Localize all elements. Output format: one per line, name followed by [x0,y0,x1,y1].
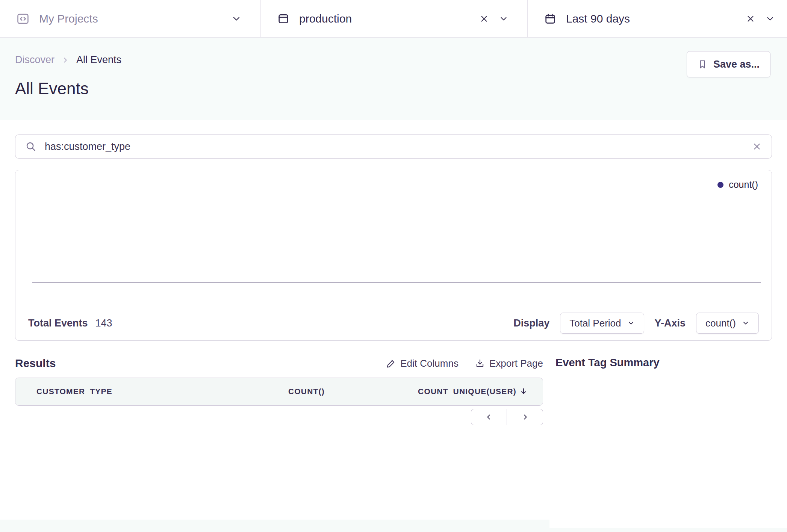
results-heading: Results [15,357,56,370]
breadcrumb-discover-link[interactable]: Discover [15,54,54,66]
display-dropdown-value: Total Period [569,317,621,329]
global-filter-bar: My Projects production [0,0,787,38]
breadcrumb-current: All Events [76,54,121,66]
export-page-button[interactable]: Export Page [475,358,543,369]
environment-chevron-down-icon[interactable] [499,14,509,24]
calendar-icon [544,13,556,25]
y-axis-dropdown[interactable]: count() [696,313,759,334]
display-dropdown[interactable]: Total Period [560,313,644,334]
chart-x-axis-line [32,282,761,283]
results-table: CUSTOMER_TYPE COUNT() COUNT_UNIQUE(USER) [15,378,543,406]
legend-label: count() [729,179,758,190]
bookmark-icon [698,59,707,69]
search-icon [25,141,36,152]
chart-legend[interactable]: count() [717,179,758,190]
y-axis-label: Y-Axis [655,317,686,329]
display-chevron-down-icon [627,319,635,327]
chart-plot [47,193,762,282]
page-header: Discover All Events Save as... All Event… [0,38,787,120]
projects-icon [17,12,29,25]
display-label: Display [513,317,549,329]
export-page-label: Export Page [489,358,543,369]
chart-footer: Total Events 143 Display Total Period Y-… [15,306,772,340]
environment-selector[interactable]: production [260,0,527,37]
total-events-value: 143 [95,317,112,329]
tag-summary-heading: Event Tag Summary [555,356,774,369]
breadcrumb-chevron-right-icon [61,56,70,64]
environment-clear-icon[interactable] [479,14,489,24]
legend-dot-icon [717,182,723,188]
download-icon [475,358,485,368]
chevron-right-icon [521,413,529,421]
search-input[interactable]: has:customer_type [45,141,744,153]
date-range-chevron-down-icon[interactable] [765,14,775,24]
save-as-button[interactable]: Save as... [687,51,770,77]
environment-selector-label: production [299,12,352,25]
pagination-next-button[interactable] [507,409,543,425]
sort-descending-icon [519,387,528,396]
column-header-count-unique-user[interactable]: COUNT_UNIQUE(USER) [325,387,528,396]
page-title: All Events [15,79,770,98]
column-header-count[interactable]: COUNT() [238,387,325,396]
pagination [15,409,543,425]
date-range-clear-icon[interactable] [746,14,755,24]
project-chevron-down-icon[interactable] [231,14,242,24]
results-column: Results Edit Columns Export Page CUSTOME… [15,356,543,425]
environment-icon [277,13,289,25]
search-bar[interactable]: has:customer_type [15,135,772,159]
edit-columns-label: Edit Columns [400,358,459,369]
events-chart-panel: count() Total Events 143 Display Total P… [15,170,772,341]
discover-page: My Projects production [0,0,787,532]
project-selector-label: My Projects [39,12,98,25]
edit-columns-button[interactable]: Edit Columns [386,358,459,369]
total-events-label: Total Events [28,317,88,329]
search-clear-icon[interactable] [752,142,762,151]
y-axis-dropdown-value: count() [705,317,736,329]
chevron-left-icon [485,413,493,421]
table-header-row: CUSTOMER_TYPE COUNT() COUNT_UNIQUE(USER) [15,378,543,405]
date-range-label: Last 90 days [566,12,630,25]
event-tag-summary: Event Tag Summary [555,356,774,425]
date-range-selector[interactable]: Last 90 days [527,0,787,37]
save-as-label: Save as... [713,59,760,70]
pencil-icon [386,358,396,368]
breadcrumb: Discover All Events [15,54,770,66]
count-unique-label: COUNT_UNIQUE(USER) [418,387,516,396]
y-axis-chevron-down-icon [742,319,749,327]
pagination-previous-button[interactable] [471,409,507,425]
project-selector[interactable]: My Projects [0,0,260,37]
column-header-customer-type[interactable]: CUSTOMER_TYPE [36,387,238,396]
bottom-background-band [0,528,787,532]
